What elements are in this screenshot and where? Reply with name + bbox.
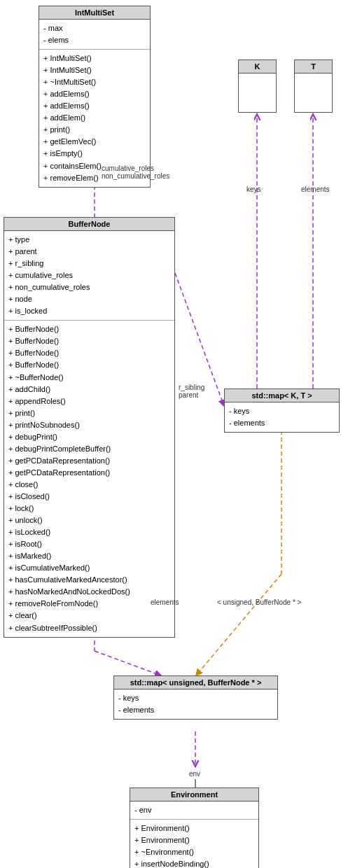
elements-label: elements xyxy=(301,186,330,193)
buffernode-methods: + BufferNode() + BufferNode() + BufferNo… xyxy=(4,321,174,636)
stdmap-unsigned-attributes: - keys - elements xyxy=(114,690,277,719)
rsibling-label: r_sibling parent xyxy=(179,384,204,399)
k-body xyxy=(239,74,276,112)
intmultiset-title: IntMultiSet xyxy=(39,6,150,20)
environment-attributes: - env xyxy=(130,802,258,820)
cumulative-roles-label: cumulative_roles non_cumulative_roles xyxy=(102,164,169,180)
stdmap-kt-attributes: - keys - elements xyxy=(225,402,339,432)
svg-line-5 xyxy=(196,574,281,676)
buffernode-title: BufferNode xyxy=(4,218,174,231)
elements-label2: elements xyxy=(151,598,179,606)
intmultiset-attributes: - max - elems xyxy=(39,20,150,50)
stdmap-unsigned-title: std::map< unsigned, BufferNode * > xyxy=(114,676,277,690)
t-title: T xyxy=(295,60,332,74)
intmultiset-box: IntMultiSet - max - elems + IntMultiSet(… xyxy=(39,6,151,188)
t-body xyxy=(295,74,332,112)
k-box: K xyxy=(238,59,277,113)
environment-methods: + Environment() + Environment() + ~Envir… xyxy=(130,820,258,868)
svg-line-7 xyxy=(95,651,161,676)
unsigned-buffernode-label: < unsigned, BufferNode * > xyxy=(217,598,301,606)
t-box: T xyxy=(294,59,333,113)
environment-box: Environment - env + Environment() + Envi… xyxy=(130,788,259,868)
keys-label: keys xyxy=(246,186,261,193)
env-label: env xyxy=(189,770,200,778)
stdmap-kt-box: std::map< K, T > - keys - elements xyxy=(224,388,340,433)
buffernode-attributes: + type + parent + r_sibling + cumulative… xyxy=(4,231,174,321)
k-title: K xyxy=(239,60,276,74)
environment-title: Environment xyxy=(130,788,258,802)
stdmap-kt-title: std::map< K, T > xyxy=(225,389,339,402)
diagram-container: IntMultiSet - max - elems + IntMultiSet(… xyxy=(0,0,362,868)
stdmap-unsigned-box: std::map< unsigned, BufferNode * > - key… xyxy=(113,676,278,720)
buffernode-box: BufferNode + type + parent + r_sibling +… xyxy=(4,217,175,638)
